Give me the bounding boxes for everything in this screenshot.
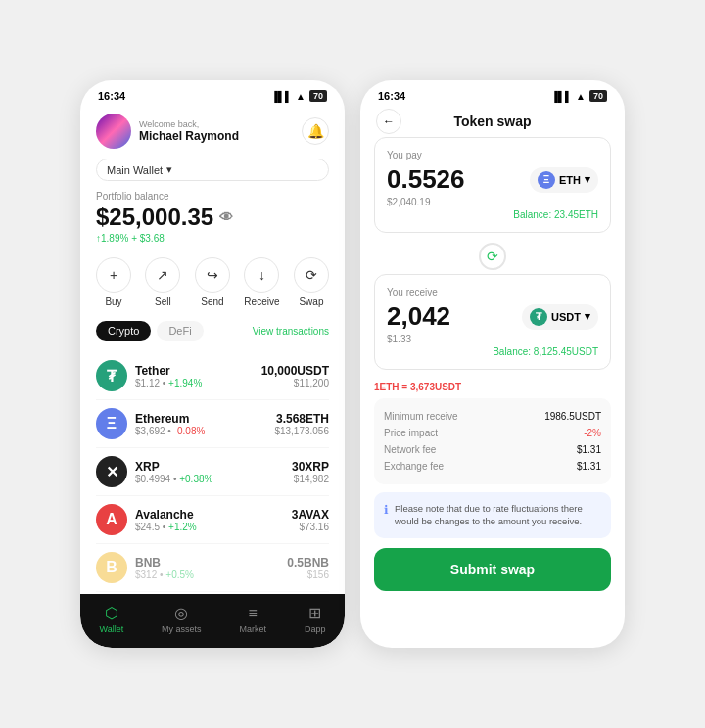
eth-value: $13,173.056 (274, 426, 329, 436)
status-bar-1: 16:34 ▐▌▌ ▲ 70 (80, 80, 345, 106)
xrp-price: $0.4994 • +0.38% (135, 474, 212, 484)
eth-token-label: ETH (559, 174, 581, 186)
avatar (96, 114, 131, 149)
eth-right: 3.568ETH $13,173.056 (274, 412, 329, 436)
eye-icon[interactable]: 👁 (219, 209, 233, 225)
receive-usd: $1.33 (387, 334, 598, 344)
notice-text: Please note that due to rate fluctuation… (395, 502, 601, 528)
eth-token-icon: Ξ (538, 171, 555, 189)
bell-button[interactable]: 🔔 (302, 117, 329, 145)
wallet-nav-icon: ⬡ (105, 604, 118, 622)
network-fee-value: $1.31 (577, 444, 601, 455)
nav-wallet[interactable]: ⬡ Wallet (99, 604, 123, 634)
submit-swap-button[interactable]: Submit swap (374, 548, 611, 591)
time-2: 16:34 (378, 90, 405, 102)
asset-left-xrp: ✕ XRP $0.4994 • +0.38% (96, 456, 212, 487)
nav-my-assets[interactable]: ◎ My assets (162, 604, 202, 634)
tab-defi[interactable]: DeFi (157, 321, 203, 341)
app-container: 16:34 ▐▌▌ ▲ 70 Welcome back, Michael Ray… (41, 41, 664, 687)
list-item[interactable]: ₮ Tether $1.12 • +1.94% 10,000USDT $11,2… (96, 352, 329, 400)
receive-amount-row: 2,042 ₮ USDT ▾ (387, 301, 598, 332)
receive-amount[interactable]: 2,042 (387, 301, 450, 332)
signal-icon-2: ▐▌▌ (551, 91, 572, 102)
view-transactions-link[interactable]: View transactions (253, 326, 329, 337)
avax-icon: A (96, 504, 127, 535)
bnb-name: BNB (135, 556, 194, 569)
avax-value: $73.16 (292, 522, 329, 532)
eth-chevron-icon: ▾ (585, 173, 590, 186)
status-bar-2: 16:34 ▐▌▌ ▲ 70 (360, 80, 625, 106)
swap-details: Minimum receive 1986.5USDT Price impact … (374, 398, 611, 484)
sell-button[interactable]: ↗ Sell (145, 257, 180, 307)
you-receive-box: You receive 2,042 ₮ USDT ▾ $1.33 Balance… (374, 274, 611, 370)
buy-button[interactable]: + Buy (96, 257, 131, 307)
asset-left-avax: A Avalanche $24.5 • +1.2% (96, 504, 197, 535)
assets-nav-label: My assets (162, 624, 202, 634)
bottom-nav: ⬡ Wallet ◎ My assets ≡ Market ⊞ Dapp (80, 594, 345, 648)
buy-icon: + (96, 257, 131, 293)
back-button[interactable]: ← (376, 109, 401, 134)
asset-list: ₮ Tether $1.12 • +1.94% 10,000USDT $11,2… (96, 352, 329, 594)
profile-left: Welcome back, Michael Raymond (96, 114, 239, 149)
list-item[interactable]: Ξ Ethereum $3,692 • -0.08% 3.568ETH $13,… (96, 400, 329, 448)
tab-crypto[interactable]: Crypto (96, 321, 151, 341)
tether-icon: ₮ (96, 360, 127, 391)
eth-amount: 3.568ETH (274, 412, 329, 426)
wifi-icon: ▲ (296, 91, 306, 102)
time-1: 16:34 (98, 90, 125, 102)
min-receive-value: 1986.5USDT (544, 411, 601, 422)
detail-network-fee: Network fee $1.31 (384, 441, 601, 458)
swap-button[interactable]: ⟳ Swap (294, 257, 329, 307)
bnb-price: $312 • +0.5% (135, 569, 194, 580)
avax-amount: 3AVAX (292, 508, 329, 522)
list-item[interactable]: B BNB $312 • +0.5% 0.5BNB $156 (96, 544, 329, 592)
battery-icon-1: 70 (309, 90, 327, 102)
user-name: Michael Raymond (139, 129, 239, 143)
swap-content: You pay 0.5526 Ξ ETH ▾ $2,040.19 Balance… (360, 137, 625, 648)
usdt-token-selector[interactable]: ₮ USDT ▾ (522, 304, 598, 330)
detail-min-receive: Minimum receive 1986.5USDT (384, 408, 601, 425)
price-impact-label: Price impact (384, 428, 438, 438)
you-pay-label: You pay (387, 150, 598, 160)
send-button[interactable]: ↪ Send (195, 257, 230, 307)
welcome-text: Welcome back, (139, 119, 239, 129)
receive-balance: Balance: 8,125.45USDT (387, 346, 598, 357)
swap-direction-button[interactable]: ⟳ (479, 243, 506, 270)
tether-amount: 10,000USDT (261, 364, 329, 378)
dapp-nav-icon: ⊞ (308, 604, 321, 622)
usdt-chevron-icon: ▾ (585, 310, 590, 323)
nav-dapp[interactable]: ⊞ Dapp (305, 604, 326, 634)
wallet-selector[interactable]: Main Wallet ▾ (96, 159, 329, 181)
wallet-nav-label: Wallet (99, 624, 123, 634)
avax-info: Avalanche $24.5 • +1.2% (135, 508, 197, 532)
list-item[interactable]: A Avalanche $24.5 • +1.2% 3AVAX $73.16 (96, 496, 329, 544)
list-item[interactable]: ✕ XRP $0.4994 • +0.38% 30XRP $14,982 (96, 448, 329, 496)
eth-info: Ethereum $3,692 • -0.08% (135, 412, 205, 436)
balance-change: ↑1.89% + $3.68 (96, 233, 329, 244)
status-icons-2: ▐▌▌ ▲ 70 (551, 90, 607, 102)
signal-icon: ▐▌▌ (271, 91, 292, 102)
wallet-content: Welcome back, Michael Raymond 🔔 Main Wal… (80, 106, 345, 594)
action-buttons: + Buy ↗ Sell ↪ Send ↓ Receive ⟳ Swap (96, 257, 329, 307)
exchange-fee-label: Exchange fee (384, 461, 444, 472)
tabs-row: Crypto DeFi View transactions (96, 321, 329, 341)
tether-price: $1.12 • +1.94% (135, 378, 202, 388)
xrp-amount: 30XRP (292, 460, 329, 474)
xrp-icon: ✕ (96, 456, 127, 487)
market-nav-icon: ≡ (249, 605, 258, 622)
pay-amount[interactable]: 0.5526 (387, 164, 465, 195)
receive-button[interactable]: ↓ Receive (244, 257, 279, 307)
pay-amount-row: 0.5526 Ξ ETH ▾ (387, 164, 598, 195)
wifi-icon-2: ▲ (576, 91, 586, 102)
send-icon: ↪ (195, 257, 230, 293)
bnb-right: 0.5BNB $156 (287, 556, 329, 580)
avax-name: Avalanche (135, 508, 197, 522)
eth-token-selector[interactable]: Ξ ETH ▾ (530, 167, 598, 193)
market-nav-label: Market (240, 624, 267, 634)
status-icons-1: ▐▌▌ ▲ 70 (271, 90, 327, 102)
pay-balance: Balance: 23.45ETH (387, 209, 598, 220)
avax-right: 3AVAX $73.16 (292, 508, 329, 532)
nav-market[interactable]: ≡ Market (240, 605, 267, 634)
xrp-name: XRP (135, 460, 212, 474)
bnb-value: $156 (287, 569, 329, 580)
